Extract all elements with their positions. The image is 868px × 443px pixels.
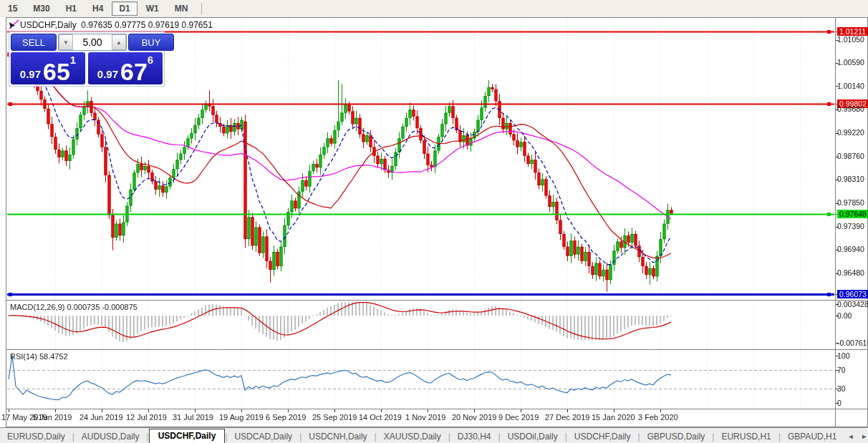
indicator-axis-label: 0.00: [837, 312, 852, 320]
price-axis-label: 0.98760: [837, 152, 864, 160]
tab-nav-right[interactable]: ►: [857, 433, 868, 443]
time-axis-label: 24 Jun 2019: [79, 413, 123, 422]
chart-tab-gbpusd-daily[interactable]: GBPUSD,Daily: [640, 430, 713, 443]
chart-tab-gbpaud-h1[interactable]: GBPAUD,H1: [781, 430, 844, 443]
chart-tab-dj30-h4[interactable]: DJ30,H4: [450, 430, 498, 443]
price-axis-label: 0.99680: [837, 105, 864, 113]
chart-tab-usdoil-daily[interactable]: USDOil,Daily: [501, 430, 565, 443]
sell-price-pip: 1: [70, 54, 76, 66]
chart-ohlc-values: 0.97635 0.97775 0.97619 0.97651: [81, 20, 213, 30]
volume-spinner: ▼ ▲: [58, 34, 127, 51]
time-axis-label: 9 Dec 2019: [498, 413, 539, 422]
chart-tab-bar: EURUSD,Daily|AUDUSD,Daily|USDCHF,Daily|U…: [0, 427, 868, 443]
time-axis-label: 3 Feb 2020: [638, 413, 678, 422]
chart-tab-audusd-daily[interactable]: AUDUSD,Daily: [74, 430, 147, 443]
chart-title: USDCHF,Daily 0.97635 0.97775 0.97619 0.9…: [20, 20, 213, 30]
time-axis-label: 1 Nov 2019: [405, 413, 445, 422]
price-axis-label: 0.96073: [837, 290, 868, 298]
one-click-trade-panel: SELL ▼ ▲ BUY 0.97 65 1 0.97 67 6: [9, 31, 165, 87]
indicator-axis-label: 0.003428: [837, 301, 868, 308]
time-axis-label: 20 Nov 2019: [452, 413, 496, 422]
buy-price-pip: 6: [148, 54, 153, 66]
volume-decrease-button[interactable]: ▼: [59, 34, 73, 50]
price-axis-label: 0.96940: [837, 245, 864, 253]
indicator-axis-label: -0.007615: [837, 339, 868, 347]
time-axis-label: 19 Aug 2019: [219, 413, 264, 422]
buy-price-prefix: 0.97: [97, 68, 118, 80]
indicator-axis-label: 70: [837, 366, 846, 374]
indicator-axis-label: 30: [837, 385, 846, 393]
indicator-axis-label: 100: [837, 352, 850, 360]
buy-button[interactable]: BUY: [128, 34, 174, 51]
price-axis-label: 1.00140: [837, 82, 864, 90]
price-axis-label: 0.97648: [837, 210, 868, 218]
price-axis-label: 0.96480: [837, 269, 864, 277]
time-axis-label: 27 Dec 2019: [545, 413, 589, 422]
chart-tab-eurusd-h1[interactable]: EURUSD,H1: [714, 430, 778, 443]
chart-tab-eurusd-daily[interactable]: EURUSD,Daily: [0, 430, 72, 443]
time-axis-label: 6 Sep 2019: [266, 413, 306, 422]
price-axis-label: 0.98310: [837, 175, 864, 183]
price-axis-label: 0.97850: [837, 199, 864, 207]
buy-quote-box[interactable]: 0.97 67 6: [88, 52, 163, 84]
macd-indicator-label: MACD(12,26,9) 0.000735 -0.000875: [10, 303, 138, 311]
tab-nav-left[interactable]: ◄: [844, 433, 857, 443]
indicator-axis-label: 0: [837, 399, 842, 407]
time-axis-label: 31 Jul 2019: [173, 413, 213, 422]
chart-tab-usdcad-daily[interactable]: USDCAD,Daily: [227, 430, 299, 443]
chart-tab-usdcnh-daily[interactable]: USDCNH,Daily: [302, 430, 374, 443]
chart-symbol-period: USDCHF,Daily: [20, 20, 77, 30]
sell-price-prefix: 0.97: [20, 68, 41, 80]
time-axis-label: 25 Sep 2019: [312, 413, 357, 422]
rsi-indicator-label: RSI(14) 58.4752: [10, 352, 68, 361]
sell-quote-box[interactable]: 0.97 65 1: [11, 52, 85, 84]
sell-button[interactable]: SELL: [11, 34, 57, 51]
time-axis-label: 14 Oct 2019: [359, 413, 402, 422]
chart-tab-usdchf-daily[interactable]: USDCHF,Daily: [567, 430, 638, 443]
time-axis-label: 15 Jan 2020: [592, 413, 635, 422]
price-axis-label: 1.00590: [837, 59, 864, 67]
chart-object-icon: [9, 19, 19, 29]
sell-price-big: 65: [43, 62, 70, 82]
mt4-window: 15M30H1H4D1W1MN USDCHF,Daily 0.97635 0.9…: [0, 0, 868, 443]
time-axis-label: 5 Jun 2019: [33, 413, 72, 422]
volume-increase-button[interactable]: ▲: [112, 34, 126, 50]
volume-input[interactable]: [73, 34, 112, 50]
time-axis-label: 12 Jul 2019: [126, 413, 167, 422]
price-axis-label: 0.99220: [837, 129, 864, 137]
price-axis-label: 0.97390: [837, 223, 864, 230]
chart-tab-usdchf-daily[interactable]: USDCHF,Daily: [149, 429, 226, 443]
chart-tab-xauusd-daily[interactable]: XAUUSD,Daily: [377, 430, 448, 443]
buy-price-big: 67: [120, 62, 148, 82]
price-axis-label: 1.01050: [837, 36, 864, 44]
